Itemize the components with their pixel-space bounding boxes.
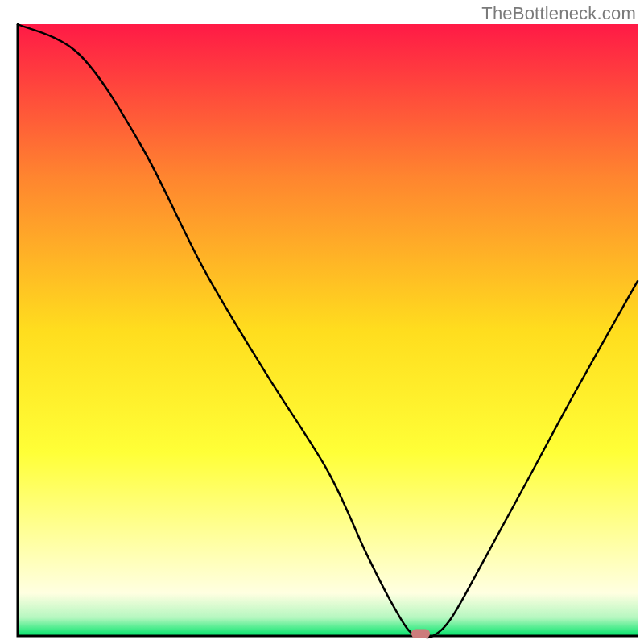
plot-background [18,24,638,636]
bottleneck-chart [0,0,644,644]
optimum-marker [411,629,430,638]
chart-container: TheBottleneck.com [0,0,644,644]
